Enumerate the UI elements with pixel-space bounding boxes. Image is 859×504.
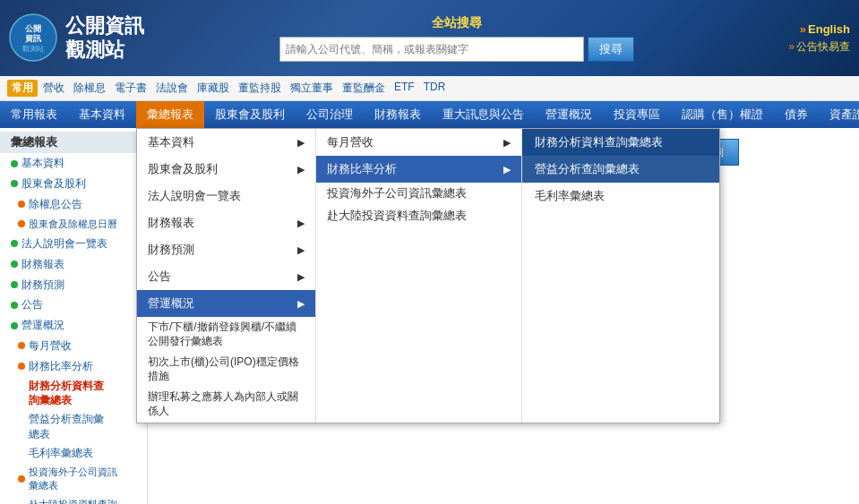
sidebar-item-financial-ratio[interactable]: 財務比率分析: [0, 356, 147, 377]
common-link-1[interactable]: 除權息: [73, 81, 106, 96]
dd-profit-analysis-query[interactable]: 營益分析查詢彙總表: [522, 156, 719, 183]
nav-item-agm[interactable]: 股東會及股利: [204, 101, 296, 128]
arrow-icon: ▶: [297, 164, 305, 175]
header: 公開 資訊 觀測站 公開資訊 觀測站 全站搜尋 搜尋 English 公告快易查: [0, 0, 859, 76]
dot-icon: [18, 342, 25, 349]
nav-item-operations[interactable]: 營運概況: [535, 101, 603, 128]
svg-text:公開: 公開: [24, 24, 41, 33]
dot-icon: [11, 322, 18, 329]
nav-item-major-news[interactable]: 重大訊息與公告: [432, 101, 535, 128]
search-area: 全站搜尋 搜尋: [206, 15, 707, 62]
sidebar-item-financial-reports[interactable]: 財務報表: [0, 254, 147, 275]
common-bar-links: 營收 除權息 電子書 法說會 庫藏股 董監持股 獨立董事 董監酬金 ETF TD…: [43, 81, 445, 96]
dd-china-investment[interactable]: 赴大陸投資資料查詢彙總表: [316, 205, 521, 227]
sidebar-item-rights-announcement[interactable]: 除權息公告: [0, 194, 147, 215]
dd-legal-meetings[interactable]: 法人說明會一覽表: [137, 183, 315, 209]
dropdown-col3: 財務分析資料查詢彙總表 營益分析查詢彙總表 毛利率彙總表: [522, 129, 719, 423]
common-link-8[interactable]: ETF: [394, 81, 415, 96]
common-link-5[interactable]: 董監持股: [238, 81, 281, 96]
dot-icon: [18, 363, 25, 370]
common-bar: 常用 營收 除權息 電子書 法說會 庫藏股 董監持股 獨立董事 董監酬金 ETF…: [0, 76, 859, 101]
search-title: 全站搜尋: [432, 15, 482, 31]
nav-item-warrants[interactable]: 認購（售）權證: [671, 101, 774, 128]
dd-financial-reports[interactable]: 財務報表 ▶: [137, 209, 315, 236]
dd-basic-data[interactable]: 基本資料 ▶: [137, 129, 315, 156]
sidebar-subitem-gross-margin[interactable]: 毛利率彙總表: [0, 444, 147, 463]
quick-search-link[interactable]: 公告快易查: [788, 39, 850, 55]
dd-private-placement[interactable]: 辦理私募之應募人為內部人或關係人: [137, 387, 315, 422]
dot-icon: [11, 240, 18, 247]
dot-icon: [11, 302, 18, 309]
search-button[interactable]: 搜尋: [588, 37, 634, 62]
arrow-icon: ▶: [297, 271, 305, 283]
sidebar-item-overseas[interactable]: 投資海外子公司資訊彙總表: [0, 463, 147, 496]
dropdown-col1: 基本資料 ▶ 股東會及股利 ▶ 法人說明會一覽表 財務報表 ▶: [137, 129, 316, 423]
arrow-icon: ▶: [297, 244, 305, 256]
dot-icon: [11, 160, 18, 167]
nav-item-basic[interactable]: 基本資料: [68, 101, 136, 128]
sidebar-subitem-profit-analysis[interactable]: 營益分析查詢彙總表: [0, 410, 147, 444]
nav-item-common[interactable]: 常用報表: [0, 101, 68, 128]
sidebar-item-basic[interactable]: 基本資料: [0, 153, 147, 174]
dot-icon: [18, 475, 25, 483]
dot-icon: [11, 281, 18, 288]
sidebar-item-operations[interactable]: 營運概況: [0, 315, 147, 336]
main-nav: 常用報表 基本資料 彙總報表 基本資料 ▶ 股東會及股利 ▶ 法人說明會一: [0, 101, 859, 128]
nav-item-bonds[interactable]: 債券: [774, 101, 819, 128]
common-link-0[interactable]: 營收: [43, 81, 64, 96]
common-link-7[interactable]: 董監酬金: [342, 81, 385, 96]
dd-gross-margin[interactable]: 毛利率彙總表: [522, 183, 719, 209]
search-row: 搜尋: [279, 37, 634, 62]
dd-financial-analysis-query[interactable]: 財務分析資料查詢彙總表: [522, 129, 719, 156]
dd-financial-forecast[interactable]: 財務預測 ▶: [137, 236, 315, 263]
dd-shareholders[interactable]: 股東會及股利 ▶: [137, 156, 315, 183]
dot-icon: [11, 180, 18, 187]
logo-area: 公開 資訊 觀測站 公開資訊 觀測站: [9, 13, 206, 63]
sidebar-item-monthly-revenue[interactable]: 每月營收: [0, 336, 147, 356]
sidebar-subitem-financial-analysis[interactable]: 財務分析資料查詢彙總表: [0, 377, 147, 411]
arrow-icon: ▶: [503, 164, 511, 175]
arrow-icon: ▶: [297, 298, 305, 310]
sidebar-item-china[interactable]: 赴大陸投資資料查詢彙總表: [0, 495, 147, 504]
sidebar-item-financial-forecast[interactable]: 財務預測: [0, 275, 147, 295]
logo-main-text: 公開資訊: [65, 14, 144, 38]
common-link-9[interactable]: TDR: [424, 81, 446, 96]
dropdown-col2: 每月營收 ▶ 財務比率分析 ▶ 投資海外子公司資訊彙總表 赴大陸投資資料查詢彙總…: [316, 129, 522, 423]
common-link-2[interactable]: 電子書: [115, 81, 147, 96]
main-nav-wrapper: 常用報表 基本資料 彙總報表 基本資料 ▶ 股東會及股利 ▶ 法人說明會一: [0, 101, 859, 128]
sidebar-item-announcements[interactable]: 公告: [0, 295, 147, 315]
common-link-3[interactable]: 法說會: [156, 81, 188, 96]
nav-item-securitization[interactable]: 資產證券化: [819, 101, 859, 128]
common-link-4[interactable]: 庫藏股: [197, 81, 229, 96]
sidebar-item-agm-calendar[interactable]: 股東會及除權息日曆: [0, 215, 147, 234]
header-right: English 公告快易查: [707, 22, 850, 55]
common-link-6[interactable]: 獨立董事: [290, 81, 333, 96]
nav-item-summary[interactable]: 彙總報表 基本資料 ▶ 股東會及股利 ▶ 法人說明會一覽表: [136, 101, 204, 128]
nav-item-financial[interactable]: 財務報表: [364, 101, 432, 128]
nav-item-governance[interactable]: 公司治理: [296, 101, 364, 128]
logo-sub-text: 觀測站: [65, 38, 144, 62]
search-input[interactable]: [279, 37, 584, 62]
arrow-icon: ▶: [297, 218, 305, 229]
dropdown-menu: 基本資料 ▶ 股東會及股利 ▶ 法人說明會一覽表 財務報表 ▶: [136, 128, 720, 423]
english-link[interactable]: English: [800, 22, 850, 36]
dd-financial-ratio[interactable]: 財務比率分析 ▶: [316, 156, 521, 183]
dd-operations[interactable]: 營運概況 ▶: [137, 290, 315, 317]
dot-icon: [18, 220, 25, 227]
svg-text:觀測站: 觀測站: [22, 45, 44, 53]
sidebar-item-shareholders[interactable]: 股東會及股利: [0, 174, 147, 194]
dot-icon: [11, 261, 18, 268]
common-tag: 常用: [7, 80, 38, 97]
arrow-icon: ▶: [297, 137, 305, 149]
dd-ipo[interactable]: 初次上市(櫃)公司(IPO)穩定價格措施: [137, 352, 315, 387]
dd-monthly-revenue[interactable]: 每月營收 ▶: [316, 129, 521, 156]
logo-icon: 公開 資訊 觀測站: [9, 13, 58, 63]
sidebar-item-legal-meetings[interactable]: 法人說明會一覽表: [0, 234, 147, 254]
dd-delisted[interactable]: 下市/下櫃/撤銷登錄興櫃/不繼續公開發行彙總表: [137, 317, 315, 352]
svg-text:資訊: 資訊: [25, 34, 42, 43]
nav-item-investment[interactable]: 投資專區: [603, 101, 671, 128]
sidebar-header: 彙總報表: [0, 132, 147, 153]
dd-announcements[interactable]: 公告 ▶: [137, 263, 315, 290]
dot-icon: [18, 201, 25, 208]
dd-overseas-investment[interactable]: 投資海外子公司資訊彙總表: [316, 183, 521, 205]
